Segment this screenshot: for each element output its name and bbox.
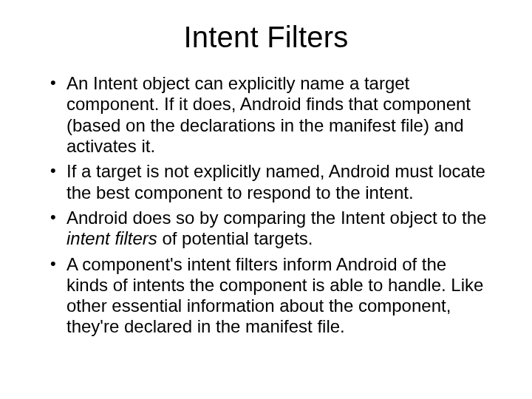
bullet-text-suffix: of potential targets. <box>157 228 313 248</box>
bullet-text: An Intent object can explicitly name a t… <box>66 73 471 156</box>
bullet-text: If a target is not explicitly named, And… <box>66 161 485 202</box>
slide: Intent Filters An Intent object can expl… <box>0 0 532 399</box>
list-item: A component's intent filters inform Andr… <box>50 254 492 338</box>
bullet-list: An Intent object can explicitly name a t… <box>37 73 495 338</box>
list-item: If a target is not explicitly named, And… <box>50 161 492 203</box>
bullet-text-emph: intent filters <box>66 228 157 248</box>
bullet-text: A component's intent filters inform Andr… <box>66 254 483 337</box>
slide-title: Intent Filters <box>37 21 495 54</box>
list-item: Android does so by comparing the Intent … <box>50 208 492 250</box>
bullet-text-prefix: Android does so by comparing the Intent … <box>66 208 486 228</box>
list-item: An Intent object can explicitly name a t… <box>50 73 492 157</box>
